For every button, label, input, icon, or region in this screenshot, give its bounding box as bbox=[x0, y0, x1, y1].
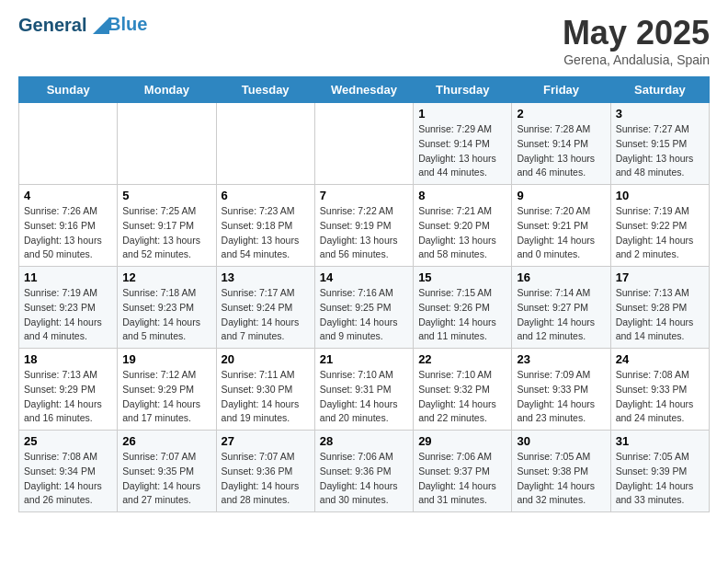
logo-general: General bbox=[18, 15, 86, 35]
info-line: Sunrise: 7:05 AM bbox=[616, 450, 704, 465]
col-saturday: Saturday bbox=[610, 77, 709, 103]
day-number: 21 bbox=[320, 352, 408, 366]
calendar-cell bbox=[19, 103, 118, 185]
info-line: Sunset: 9:25 PM bbox=[320, 301, 408, 316]
header-row: Sunday Monday Tuesday Wednesday Thursday… bbox=[19, 77, 710, 103]
info-line: Sunrise: 7:12 AM bbox=[122, 368, 210, 383]
day-info: Sunrise: 7:25 AMSunset: 9:17 PMDaylight:… bbox=[122, 204, 210, 262]
info-line: Sunrise: 7:19 AM bbox=[616, 204, 704, 219]
day-number: 4 bbox=[24, 189, 112, 202]
info-line: and 28 minutes. bbox=[222, 493, 310, 508]
day-number: 1 bbox=[418, 107, 506, 121]
info-line: Sunset: 9:14 PM bbox=[418, 137, 506, 152]
info-line: Daylight: 14 hours bbox=[24, 479, 112, 494]
info-line: Daylight: 13 hours bbox=[222, 234, 310, 248]
col-friday: Friday bbox=[512, 77, 610, 103]
info-line: Daylight: 13 hours bbox=[122, 234, 210, 248]
info-line: and 54 minutes. bbox=[222, 247, 310, 262]
day-info: Sunrise: 7:15 AMSunset: 9:26 PMDaylight:… bbox=[418, 286, 506, 344]
info-line: and 31 minutes. bbox=[418, 493, 506, 508]
info-line: Daylight: 13 hours bbox=[517, 152, 605, 167]
day-info: Sunrise: 7:19 AMSunset: 9:23 PMDaylight:… bbox=[24, 286, 112, 344]
calendar-cell: 9Sunrise: 7:20 AMSunset: 9:21 PMDaylight… bbox=[512, 185, 610, 267]
info-line: Sunset: 9:27 PM bbox=[517, 301, 605, 316]
info-line: and 24 minutes. bbox=[616, 411, 704, 426]
info-line: Sunrise: 7:21 AM bbox=[418, 204, 506, 219]
info-line: and 9 minutes. bbox=[320, 329, 408, 344]
calendar-cell: 18Sunrise: 7:13 AMSunset: 9:29 PMDayligh… bbox=[19, 349, 118, 431]
day-info: Sunrise: 7:12 AMSunset: 9:29 PMDaylight:… bbox=[122, 368, 210, 426]
info-line: Sunset: 9:39 PM bbox=[616, 465, 704, 479]
calendar-cell: 21Sunrise: 7:10 AMSunset: 9:31 PMDayligh… bbox=[314, 349, 413, 431]
day-number: 13 bbox=[222, 270, 310, 284]
col-sunday: Sunday bbox=[19, 77, 118, 103]
info-line: and 30 minutes. bbox=[320, 493, 408, 508]
info-line: Sunrise: 7:08 AM bbox=[616, 368, 704, 383]
calendar-body: 1Sunrise: 7:29 AMSunset: 9:14 PMDaylight… bbox=[19, 103, 710, 512]
info-line: Sunset: 9:34 PM bbox=[24, 465, 112, 479]
day-number: 26 bbox=[122, 434, 210, 448]
info-line: and 50 minutes. bbox=[24, 247, 112, 262]
day-info: Sunrise: 7:08 AMSunset: 9:34 PMDaylight:… bbox=[24, 450, 112, 508]
day-number: 28 bbox=[320, 434, 408, 448]
day-number: 2 bbox=[517, 107, 605, 121]
info-line: Sunrise: 7:27 AM bbox=[616, 122, 704, 137]
calendar-cell: 25Sunrise: 7:08 AMSunset: 9:34 PMDayligh… bbox=[19, 431, 118, 512]
day-info: Sunrise: 7:29 AMSunset: 9:14 PMDaylight:… bbox=[418, 122, 506, 180]
day-number: 19 bbox=[122, 352, 210, 366]
calendar-week-3: 18Sunrise: 7:13 AMSunset: 9:29 PMDayligh… bbox=[19, 349, 710, 431]
info-line: Sunset: 9:37 PM bbox=[418, 465, 506, 479]
info-line: and 17 minutes. bbox=[122, 411, 210, 426]
day-info: Sunrise: 7:17 AMSunset: 9:24 PMDaylight:… bbox=[222, 286, 310, 344]
info-line: Sunset: 9:29 PM bbox=[122, 383, 210, 397]
info-line: Sunrise: 7:11 AM bbox=[222, 368, 310, 383]
info-line: Daylight: 13 hours bbox=[24, 234, 112, 248]
calendar-cell: 28Sunrise: 7:06 AMSunset: 9:36 PMDayligh… bbox=[314, 431, 413, 512]
calendar-cell: 30Sunrise: 7:05 AMSunset: 9:38 PMDayligh… bbox=[512, 431, 610, 512]
info-line: and 4 minutes. bbox=[24, 329, 112, 344]
calendar-week-1: 4Sunrise: 7:26 AMSunset: 9:16 PMDaylight… bbox=[19, 185, 710, 267]
info-line: Daylight: 13 hours bbox=[418, 234, 506, 248]
info-line: Sunset: 9:33 PM bbox=[517, 383, 605, 397]
info-line: Sunset: 9:36 PM bbox=[222, 465, 310, 479]
info-line: Sunset: 9:24 PM bbox=[222, 301, 310, 316]
day-info: Sunrise: 7:18 AMSunset: 9:23 PMDaylight:… bbox=[122, 286, 210, 344]
info-line: and 2 minutes. bbox=[616, 247, 704, 262]
calendar-cell bbox=[314, 103, 413, 185]
calendar-cell: 23Sunrise: 7:09 AMSunset: 9:33 PMDayligh… bbox=[512, 349, 610, 431]
info-line: and 23 minutes. bbox=[517, 411, 605, 426]
info-line: Sunset: 9:23 PM bbox=[24, 301, 112, 316]
info-line: Sunrise: 7:15 AM bbox=[418, 286, 506, 301]
day-number: 27 bbox=[222, 434, 310, 448]
calendar-cell: 13Sunrise: 7:17 AMSunset: 9:24 PMDayligh… bbox=[216, 267, 314, 349]
info-line: and 20 minutes. bbox=[320, 411, 408, 426]
info-line: Sunset: 9:23 PM bbox=[122, 301, 210, 316]
calendar-cell: 1Sunrise: 7:29 AMSunset: 9:14 PMDaylight… bbox=[414, 103, 512, 185]
calendar-cell: 2Sunrise: 7:28 AMSunset: 9:14 PMDaylight… bbox=[512, 103, 610, 185]
info-line: Sunrise: 7:07 AM bbox=[222, 450, 310, 465]
info-line: and 27 minutes. bbox=[122, 493, 210, 508]
info-line: Daylight: 14 hours bbox=[517, 234, 605, 248]
info-line: Sunrise: 7:20 AM bbox=[517, 204, 605, 219]
info-line: Sunrise: 7:07 AM bbox=[122, 450, 210, 465]
day-info: Sunrise: 7:10 AMSunset: 9:32 PMDaylight:… bbox=[418, 368, 506, 426]
day-number: 7 bbox=[320, 189, 408, 202]
day-number: 11 bbox=[24, 270, 112, 284]
info-line: and 0 minutes. bbox=[517, 247, 605, 262]
day-number: 23 bbox=[517, 352, 605, 366]
day-info: Sunrise: 7:22 AMSunset: 9:19 PMDaylight:… bbox=[320, 204, 408, 262]
calendar-cell: 15Sunrise: 7:15 AMSunset: 9:26 PMDayligh… bbox=[414, 267, 512, 349]
day-info: Sunrise: 7:28 AMSunset: 9:14 PMDaylight:… bbox=[517, 122, 605, 180]
calendar-header: Sunday Monday Tuesday Wednesday Thursday… bbox=[19, 77, 710, 103]
day-info: Sunrise: 7:23 AMSunset: 9:18 PMDaylight:… bbox=[222, 204, 310, 262]
calendar-cell: 7Sunrise: 7:22 AMSunset: 9:19 PMDaylight… bbox=[314, 185, 413, 267]
month-title: May 2025 bbox=[563, 14, 710, 52]
info-line: Sunset: 9:30 PM bbox=[222, 383, 310, 397]
calendar-cell: 14Sunrise: 7:16 AMSunset: 9:25 PMDayligh… bbox=[314, 267, 413, 349]
info-line: Daylight: 14 hours bbox=[616, 397, 704, 412]
day-number: 24 bbox=[616, 352, 704, 366]
info-line: Sunset: 9:29 PM bbox=[24, 383, 112, 397]
logo-text: General Blue bbox=[18, 14, 147, 35]
info-line: Sunset: 9:15 PM bbox=[616, 137, 704, 152]
calendar-cell: 16Sunrise: 7:14 AMSunset: 9:27 PMDayligh… bbox=[512, 267, 610, 349]
